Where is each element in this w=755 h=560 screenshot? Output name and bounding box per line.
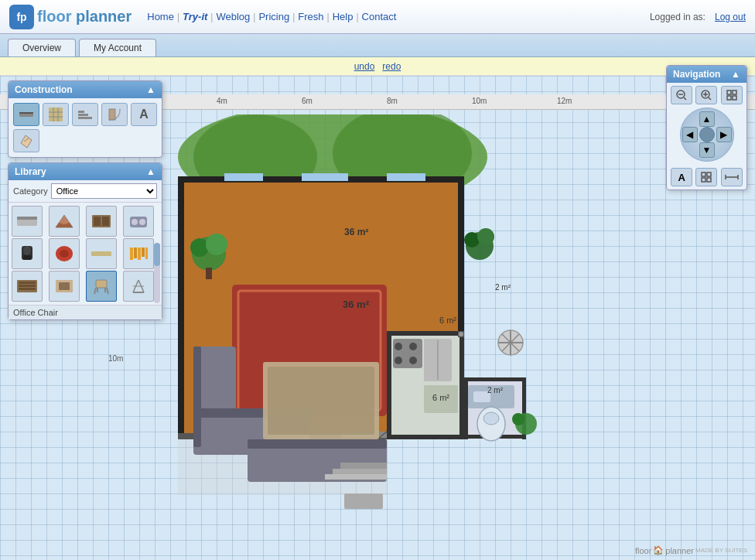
svg-rect-92 (23, 255, 31, 260)
lib-item-7[interactable] (86, 238, 117, 269)
construction-tools: A (9, 98, 162, 157)
svg-rect-127 (733, 96, 736, 100)
ruler-4m: 4m (217, 97, 227, 105)
nav-right-btn[interactable]: ▶ (716, 127, 732, 142)
lib-item-5[interactable] (12, 238, 43, 269)
watermark-icon: 🏠 (653, 545, 664, 555)
svg-point-34 (190, 238, 209, 257)
lib-item-chair[interactable] (86, 271, 117, 302)
svg-text:36 m²: 36 m² (343, 299, 370, 310)
lib-item-12[interactable] (123, 271, 154, 302)
undo-link[interactable]: undo (354, 61, 375, 72)
nav-down-btn[interactable]: ▼ (699, 142, 715, 158)
nav-sep-5: | (327, 12, 330, 22)
nav-grid-btn[interactable] (695, 168, 717, 186)
library-items-grid (9, 203, 162, 305)
nav-home[interactable]: Home (147, 11, 174, 22)
svg-rect-30 (248, 439, 387, 449)
library-header: Library ▲ (9, 163, 162, 180)
svg-rect-9 (387, 331, 464, 336)
library-collapse[interactable]: ▲ (146, 166, 155, 177)
library-scroll-thumb[interactable] (154, 243, 160, 266)
main-nav: Home | Try-it | Weblog | Pricing | Fresh… (147, 11, 650, 22)
svg-rect-21 (387, 173, 425, 181)
svg-rect-12 (387, 435, 464, 439)
nav-compass: ▲ ◀ ▶ ▼ (680, 108, 734, 162)
zoom-in-btn[interactable] (695, 86, 717, 104)
lib-item-6[interactable] (49, 238, 80, 269)
nav-measure-btn[interactable] (721, 168, 743, 186)
nav-bottom-controls: A (667, 165, 746, 190)
undo-bar: undo redo (0, 57, 755, 76)
tab-my-account[interactable]: My Account (79, 39, 156, 56)
svg-rect-130 (702, 178, 705, 182)
svg-rect-107 (59, 282, 70, 290)
svg-rect-99 (138, 248, 141, 260)
svg-point-90 (139, 219, 145, 225)
svg-rect-101 (145, 248, 148, 259)
floor-tool[interactable] (43, 103, 69, 126)
nav-tryit[interactable]: Try-it (183, 11, 207, 22)
logo-planner: planner (76, 8, 132, 25)
erase-tool[interactable] (13, 129, 39, 152)
svg-point-95 (60, 250, 69, 258)
logo: fp floor planner (9, 5, 132, 29)
nav-left-btn[interactable]: ◀ (682, 127, 698, 142)
svg-rect-15 (464, 377, 468, 439)
lib-item-3[interactable] (86, 206, 117, 237)
lib-item-1[interactable] (12, 206, 43, 237)
svg-rect-10 (387, 331, 391, 439)
library-category-row: Category Office Living Room Bedroom Kitc… (9, 180, 162, 203)
lib-item-10[interactable] (49, 271, 80, 302)
door-tool[interactable] (101, 103, 128, 126)
nav-contact[interactable]: Contact (362, 11, 397, 22)
nav-collapse[interactable]: ▲ (731, 69, 740, 80)
nav-sep-2: | (210, 12, 213, 22)
construction-header: Construction ▲ (9, 81, 162, 98)
ruler-left-10m: 10m (108, 354, 123, 363)
svg-point-38 (464, 232, 480, 248)
nav-center-btn[interactable] (699, 127, 715, 142)
nav-fresh[interactable]: Fresh (298, 11, 323, 22)
svg-rect-36 (206, 268, 212, 279)
navigation-panel: Navigation ▲ ▲ ◀ ▶ (666, 65, 747, 190)
zoom-out-btn[interactable] (671, 86, 692, 104)
nav-pricing[interactable]: Pricing (258, 11, 289, 22)
lib-item-9[interactable] (12, 271, 43, 302)
tab-overview[interactable]: Overview (8, 39, 76, 56)
svg-rect-104 (19, 285, 36, 287)
nav-weblog[interactable]: Weblog (216, 11, 250, 22)
nav-sep-6: | (356, 12, 358, 22)
nav-up-btn[interactable]: ▲ (699, 111, 715, 127)
redo-link[interactable]: redo (382, 61, 401, 72)
svg-rect-126 (727, 96, 731, 100)
svg-rect-27 (193, 347, 201, 447)
lib-item-8[interactable] (123, 238, 154, 269)
svg-point-93 (23, 246, 31, 255)
svg-rect-69 (19, 112, 33, 114)
construction-collapse[interactable]: ▲ (146, 84, 155, 95)
text-tool[interactable]: A (131, 103, 157, 126)
library-scrollbar[interactable] (154, 243, 160, 303)
svg-text:6 m²: 6 m² (432, 393, 449, 402)
svg-rect-78 (109, 109, 115, 120)
floorplan: 36 m² 6 m² 2 m² (116, 114, 603, 548)
nav-label-btn[interactable]: A (671, 168, 692, 186)
stairs-tool[interactable] (72, 103, 98, 126)
lib-item-4[interactable] (123, 206, 154, 237)
nav-help[interactable]: Help (333, 11, 354, 22)
wall-tool[interactable] (13, 103, 39, 126)
svg-rect-64 (325, 474, 387, 480)
logout-link[interactable]: Log out (715, 12, 746, 22)
svg-rect-128 (702, 172, 705, 176)
svg-rect-100 (142, 248, 145, 257)
zoom-fit-btn[interactable] (721, 86, 743, 104)
svg-point-35 (206, 234, 227, 255)
nav-sep-3: | (253, 12, 255, 22)
ruler-6m: 6m (302, 97, 313, 105)
svg-line-123 (709, 97, 711, 100)
svg-point-43 (395, 343, 402, 350)
svg-rect-86 (94, 217, 101, 226)
category-select[interactable]: Office Living Room Bedroom Kitchen Bathr… (51, 183, 157, 199)
lib-item-2[interactable] (49, 206, 80, 237)
